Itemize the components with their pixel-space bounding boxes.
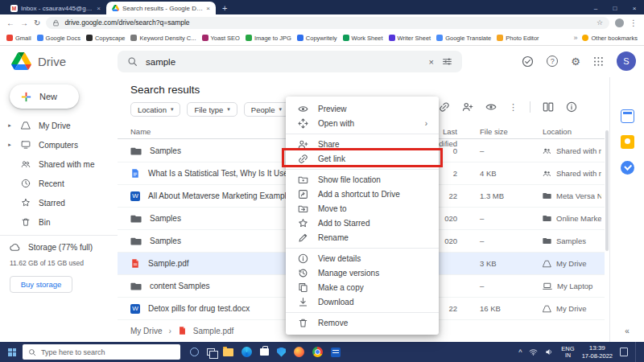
sidebar-item-bin[interactable]: Bin <box>0 212 118 232</box>
column-header-file-size[interactable]: File size <box>480 125 508 138</box>
drive-logo[interactable]: Drive <box>11 52 66 70</box>
browser-tab-drive[interactable]: Search results - Google Drive × <box>106 2 216 14</box>
menu-item-download[interactable]: Download <box>286 294 439 309</box>
sidebar-item-shared-with-me[interactable]: Shared with me <box>0 154 118 174</box>
scrollbar-thumb[interactable] <box>605 130 609 251</box>
notification-center-icon[interactable] <box>620 348 628 356</box>
new-tab-button[interactable]: + <box>222 3 227 13</box>
menu-item-remove[interactable]: Remove <box>286 315 439 330</box>
menu-item-make-a-copy[interactable]: Make a copy <box>286 280 439 294</box>
forward-icon[interactable]: → <box>20 19 28 27</box>
location-value[interactable]: Shared with me <box>556 146 601 155</box>
google-apps-grid-icon[interactable] <box>593 56 604 67</box>
collapse-panel-icon[interactable]: « <box>610 327 644 335</box>
sidebar-item-computers[interactable]: ▸ Computers <box>0 135 118 154</box>
tab-close-icon[interactable]: × <box>97 5 101 12</box>
menu-item-manage-versions[interactable]: Manage versions <box>286 265 439 280</box>
location-value[interactable]: Meta Versa NFT <box>556 191 601 200</box>
window-maximize-button[interactable]: □ <box>605 5 625 12</box>
filter-chip-file-type[interactable]: File type ▾ <box>187 102 237 117</box>
browser-profile-avatar[interactable] <box>615 19 624 27</box>
url-omnibox[interactable]: drive.google.com/drive/search?q=sample ☆ <box>46 17 609 29</box>
support-icon[interactable]: ? <box>547 56 558 67</box>
bookmark-copyscape[interactable]: Copyscape <box>86 35 126 42</box>
other-bookmarks-button[interactable]: Other bookmarks <box>582 35 638 42</box>
menu-item-get-link[interactable]: Get link <box>286 151 439 166</box>
bookmark-photo-editor[interactable]: Photo Editor <box>497 35 539 42</box>
tab-close-icon[interactable]: × <box>206 5 210 12</box>
bookmark-yoast-seo[interactable]: Yoast SEO <box>202 35 240 42</box>
menu-item-share[interactable]: Share <box>286 137 439 151</box>
defender-icon[interactable] <box>277 348 286 357</box>
keep-icon[interactable] <box>621 135 634 149</box>
column-header-name[interactable]: Name <box>130 125 151 138</box>
browser-tab-gmail[interactable]: M Inbox - csaurav445@gmail.com... × <box>5 2 106 14</box>
search-options-tune-icon[interactable] <box>442 56 452 67</box>
menu-item-move-to[interactable]: Move to <box>286 201 439 216</box>
bookmark-image-to-jpg[interactable]: Image to JPG <box>246 35 291 42</box>
bookmark-google-docs[interactable]: Google Docs <box>37 35 80 42</box>
clock[interactable]: 13:39 17-08-2022 <box>582 344 613 360</box>
location-value[interactable]: Online Market... <box>556 214 601 223</box>
taskbar-search-box[interactable]: Type here to search <box>23 344 180 360</box>
speaker-icon[interactable] <box>545 348 554 356</box>
drive-search-box[interactable]: sample × <box>118 51 462 72</box>
tasks-icon[interactable] <box>621 161 634 175</box>
location-value[interactable]: My Laptop <box>557 282 592 290</box>
network-wifi-icon[interactable] <box>529 348 538 356</box>
start-button[interactable] <box>2 342 23 362</box>
calendar-icon[interactable] <box>621 109 634 123</box>
word-app-icon[interactable] <box>331 348 341 357</box>
language-indicator[interactable]: ENG IN <box>561 345 574 359</box>
window-minimize-button[interactable]: – <box>586 5 605 12</box>
task-view-icon[interactable] <box>207 348 215 356</box>
bookmark-work-sheet[interactable]: Work Sheet <box>343 35 383 42</box>
window-close-button[interactable]: × <box>625 5 644 12</box>
location-value[interactable]: My Drive <box>556 304 586 313</box>
filter-chip-location[interactable]: Location ▾ <box>130 102 180 117</box>
back-icon[interactable]: ← <box>6 19 14 27</box>
bookmark-copywritely[interactable]: Copywritely <box>297 35 337 42</box>
sidebar-item-my-drive[interactable]: ▸ My Drive <box>0 116 118 135</box>
breadcrumb-root[interactable]: My Drive <box>130 327 162 335</box>
location-value[interactable]: My Drive <box>556 259 586 268</box>
details-info-icon[interactable] <box>566 101 577 113</box>
bookmark-gmail[interactable]: Gmail <box>6 35 31 42</box>
account-avatar[interactable]: S <box>617 51 636 71</box>
sidebar-item-starred[interactable]: Starred <box>0 193 118 212</box>
menu-item-view-details[interactable]: View details <box>286 251 439 265</box>
bookmark-star-icon[interactable]: ☆ <box>597 19 603 27</box>
filter-chip-people[interactable]: People ▾ <box>244 102 289 117</box>
expander-icon[interactable]: ▸ <box>6 122 13 129</box>
chrome-icon[interactable] <box>312 347 323 357</box>
bookmarks-overflow-icon[interactable]: » <box>573 34 577 42</box>
get-link-toolbar-icon[interactable] <box>439 101 450 113</box>
firefox-icon[interactable] <box>294 347 304 357</box>
menu-item-show-file-location[interactable]: Show file location <box>286 172 439 187</box>
column-header-location[interactable]: Location <box>543 125 572 138</box>
location-value[interactable]: Shared with me <box>556 169 601 178</box>
cortana-icon[interactable] <box>190 348 199 356</box>
buy-storage-button[interactable]: Buy storage <box>10 276 72 293</box>
tray-expand-icon[interactable]: ^ <box>518 348 522 356</box>
new-button[interactable]: New <box>10 84 79 109</box>
microsoft-store-icon[interactable] <box>260 348 269 356</box>
location-value[interactable]: Samples <box>556 237 586 245</box>
menu-item-preview[interactable]: Preview <box>286 101 439 116</box>
bookmark-google-translate[interactable]: Google Translate <box>436 35 491 42</box>
menu-item-add-shortcut[interactable]: Add a shortcut to Drive <box>286 187 439 201</box>
menu-item-rename[interactable]: Rename <box>286 230 439 245</box>
menu-item-open-with[interactable]: Open with › <box>286 116 439 130</box>
file-explorer-icon[interactable] <box>223 348 233 356</box>
browser-menu-icon[interactable]: ⋮ <box>630 19 638 27</box>
grid-view-icon[interactable] <box>543 101 554 113</box>
refresh-icon[interactable]: ↻ <box>34 19 40 27</box>
show-desktop-button[interactable] <box>635 342 638 362</box>
menu-item-add-to-starred[interactable]: Add to Starred <box>286 216 439 230</box>
offline-status-icon[interactable] <box>522 56 534 68</box>
more-actions-icon[interactable]: ⋮ <box>509 102 518 113</box>
expander-icon[interactable]: ▸ <box>6 142 13 148</box>
edge-icon[interactable] <box>242 347 252 357</box>
bookmark-writer-sheet[interactable]: Writer Sheet <box>389 35 431 42</box>
share-toolbar-icon[interactable] <box>462 101 473 113</box>
